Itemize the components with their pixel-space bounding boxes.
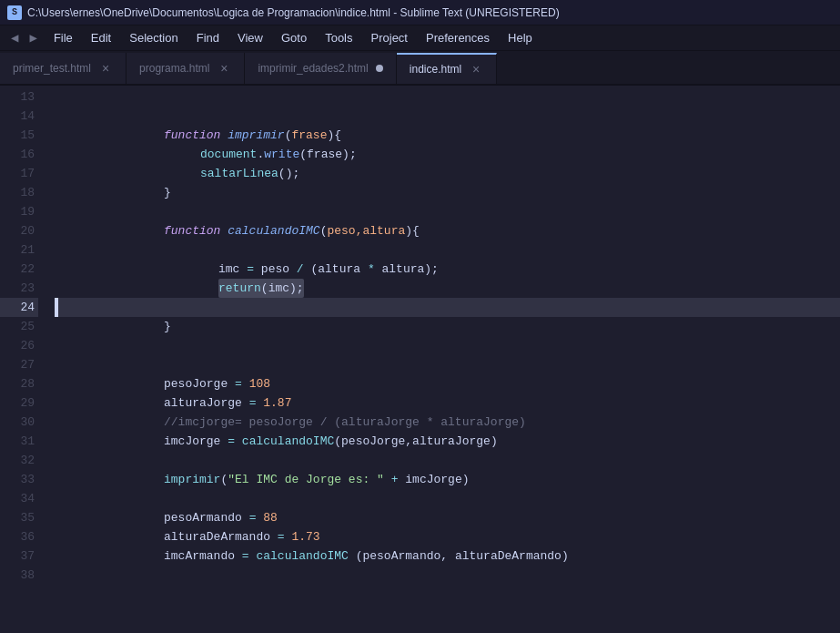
code-line-33: imprimir("El IMC de Jorge es: " + imcJor… — [55, 470, 840, 489]
code-line-15: function imprimir(frase){ — [55, 126, 840, 145]
line-num-22: 22 — [0, 260, 38, 279]
keyword-function-1: function — [164, 126, 228, 145]
nav-arrows: ◀ ▶ — [4, 28, 45, 47]
tab-primer-test[interactable]: primer_test.html × — [0, 53, 127, 84]
menu-preferences[interactable]: Preferences — [417, 27, 499, 48]
tab-close-primer-test[interactable]: × — [98, 61, 113, 76]
menubar: ◀ ▶ File Edit Selection Find View Goto T… — [0, 26, 840, 51]
code-line-27 — [55, 355, 840, 374]
titlebar-path: C:\Users\ernes\OneDrive\Documentos\Logic… — [27, 6, 560, 19]
tab-close-programa[interactable]: × — [217, 61, 231, 76]
code-line-38 — [55, 566, 840, 585]
menu-goto[interactable]: Goto — [272, 27, 316, 48]
line-num-20: 20 — [0, 221, 38, 240]
code-line-26 — [55, 336, 840, 355]
tab-imprimir-edades2[interactable]: imprimir_edades2.html — [245, 53, 396, 84]
tab-label: indice.html — [410, 63, 461, 76]
code-line-32 — [55, 451, 840, 470]
menu-selection[interactable]: Selection — [120, 27, 187, 48]
tab-label: programa.html — [139, 62, 209, 75]
tab-programa[interactable]: programa.html × — [127, 53, 245, 84]
code-line-17: saltarLinea(); — [55, 164, 840, 183]
fn-imprimir: imprimir — [228, 126, 284, 145]
menu-edit[interactable]: Edit — [82, 27, 120, 48]
line-num-25: 25 — [0, 317, 38, 336]
line-num-37: 37 — [0, 546, 38, 566]
code-line-14 — [55, 107, 840, 126]
menu-project[interactable]: Project — [362, 27, 417, 48]
code-line-21 — [55, 240, 840, 260]
line-num-36: 36 — [0, 527, 38, 546]
menu-find[interactable]: Find — [187, 27, 228, 48]
line-num-30: 30 — [0, 413, 38, 432]
tab-indice[interactable]: indice.html × — [397, 53, 497, 84]
line-num-33: 33 — [0, 470, 38, 489]
line-num-35: 35 — [0, 508, 38, 527]
code-line-30: //imcjorge= pesoJorge / (alturaJorge * a… — [55, 413, 840, 432]
line-num-19: 19 — [0, 202, 38, 221]
code-line-25: } — [55, 317, 840, 336]
line-num-17: 17 — [0, 164, 38, 183]
tab-close-indice[interactable]: × — [469, 62, 483, 77]
line-num-29: 29 — [0, 393, 38, 413]
app-icon: S — [7, 5, 22, 20]
code-line-22: imc = peso / (altura * altura); — [55, 260, 840, 279]
line-num-26: 26 — [0, 336, 38, 355]
line-num-23: 23 — [0, 279, 38, 298]
tab-modified-dot — [376, 65, 383, 72]
code-line-36: alturaDeArmando = 1.73 — [55, 527, 840, 546]
editor: 13 14 15 16 17 18 19 20 21 22 23 24 25 2… — [0, 86, 840, 633]
code-line-16: document.write(frase); — [55, 145, 840, 164]
keyword-function-2: function — [164, 221, 228, 240]
code-line-24 — [55, 298, 840, 317]
tab-label: primer_test.html — [13, 62, 91, 75]
code-line-18: } — [55, 183, 840, 202]
tab-label: imprimir_edades2.html — [258, 62, 368, 75]
code-line-29: alturaJorge = 1.87 — [55, 393, 840, 413]
nav-forward[interactable]: ▶ — [25, 28, 40, 47]
menu-view[interactable]: View — [228, 27, 272, 48]
line-num-27: 27 — [0, 355, 38, 374]
line-num-24: 24 — [0, 298, 38, 317]
code-line-19 — [55, 202, 840, 221]
line-num-31: 31 — [0, 432, 38, 451]
code-area[interactable]: function imprimir(frase){ document.write… — [46, 86, 840, 633]
line-num-14: 14 — [0, 107, 38, 126]
line-num-18: 18 — [0, 183, 38, 202]
line-num-34: 34 — [0, 489, 38, 508]
code-line-31: imcJorge = calculandoIMC(pesoJorge,altur… — [55, 432, 840, 451]
code-line-34 — [55, 489, 840, 508]
line-num-21: 21 — [0, 240, 38, 260]
line-numbers: 13 14 15 16 17 18 19 20 21 22 23 24 25 2… — [0, 86, 46, 633]
titlebar: S C:\Users\ernes\OneDrive\Documentos\Log… — [0, 0, 840, 26]
menu-file[interactable]: File — [45, 27, 82, 48]
code-line-23: return(imc); — [55, 279, 840, 298]
line-num-38: 38 — [0, 566, 38, 585]
code-line-37: imcArmando = calculandoIMC (pesoArmando,… — [55, 546, 840, 566]
code-line-28: pesoJorge = 108 — [55, 374, 840, 393]
menu-help[interactable]: Help — [499, 27, 541, 48]
tabbar: primer_test.html × programa.html × impri… — [0, 51, 840, 86]
line-num-16: 16 — [0, 145, 38, 164]
code-line-20: function calculandoIMC(peso,altura){ — [55, 221, 840, 240]
nav-back[interactable]: ◀ — [7, 28, 22, 47]
line-num-32: 32 — [0, 451, 38, 470]
fn-calculando: calculandoIMC — [228, 221, 319, 240]
menu-tools[interactable]: Tools — [316, 27, 361, 48]
line-num-28: 28 — [0, 374, 38, 393]
code-line-13 — [55, 87, 840, 107]
line-num-13: 13 — [0, 87, 38, 107]
code-line-35: pesoArmando = 88 — [55, 508, 840, 527]
line-num-15: 15 — [0, 126, 38, 145]
